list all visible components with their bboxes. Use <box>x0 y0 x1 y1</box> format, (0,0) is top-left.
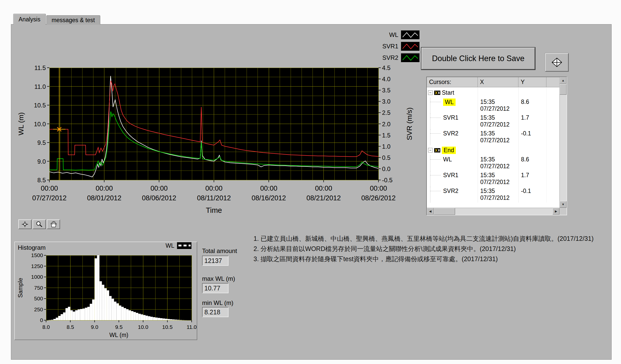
tab-strip: Analysis messages & test <box>13 14 100 25</box>
save-button[interactable]: Double Click Here to Save <box>421 48 535 69</box>
cursor-x-value: 15:3507/27/2012 <box>478 155 518 171</box>
scroll-down-button[interactable]: ▼ <box>560 201 567 208</box>
cursor-table-body: − Start WL 15:3507/27/2012 8.6 SVR1 15:3… <box>427 88 559 208</box>
svg-text:2.5: 2.5 <box>382 109 390 116</box>
cursor-table: Cursors: X Y − Start WL 15:3507/27/2012 … <box>426 77 567 215</box>
svg-text:1500: 1500 <box>31 252 43 258</box>
svg-text:500: 500 <box>34 296 43 301</box>
cursor-y-value: 8.6 <box>518 98 546 114</box>
legend-line-sample-svr2 <box>401 53 420 62</box>
scroll-up-button[interactable]: ▲ <box>560 77 567 84</box>
svg-text:10.5: 10.5 <box>162 324 173 330</box>
svg-text:9.5: 9.5 <box>115 324 122 330</box>
svg-text:00:00: 00:00 <box>260 185 277 192</box>
vertical-scrollbar[interactable]: ▲ ▼ <box>559 77 567 208</box>
diamond-button[interactable] <box>545 53 569 72</box>
svg-text:08/21/2012: 08/21/2012 <box>306 194 341 202</box>
svg-text:9.0: 9.0 <box>37 158 46 165</box>
min-wl-value: 8.218 <box>202 307 229 317</box>
legend-item-svr2[interactable]: SVR2 <box>366 52 420 63</box>
column-header-cursors[interactable]: Cursors: <box>427 77 478 87</box>
scroll-left-button[interactable]: ◀ <box>427 208 434 215</box>
tab-messages-test[interactable]: messages & test <box>46 15 100 25</box>
cursor-y-value: -0.1 <box>518 187 546 203</box>
vertical-scroll-thumb[interactable] <box>560 84 567 95</box>
cursor-row-label: WL <box>443 156 452 163</box>
cursor-row-start-wl[interactable]: WL 15:3507/27/2012 8.6 <box>427 98 559 114</box>
histogram-panel: 02505007501000125015008.08.59.09.510.010… <box>14 242 197 340</box>
pan-tool-button[interactable] <box>47 219 60 229</box>
svg-text:1250: 1250 <box>31 263 43 269</box>
svg-text:0.5: 0.5 <box>382 154 390 161</box>
cursor-y-value: 1.7 <box>518 114 546 129</box>
cursor-x-value: 15:3507/27/2012 <box>478 171 518 187</box>
svg-text:10.5: 10.5 <box>34 102 46 109</box>
total-amount-value: 12137 <box>202 256 229 266</box>
scroll-right-button[interactable]: ▶ <box>553 208 559 215</box>
svg-text:4.5: 4.5 <box>382 65 390 71</box>
svg-text:00:00: 00:00 <box>205 185 223 192</box>
graph-toolbar <box>18 219 60 229</box>
legend-item-svr1[interactable]: SVR1 <box>366 40 420 52</box>
legend-label-wl: WL <box>389 31 398 38</box>
cursor-group-label: Start <box>442 89 454 96</box>
cursor-row-start-svr1[interactable]: SVR1 15:3507/27/2012 1.7 <box>427 114 559 129</box>
note-line-1: 1. 已建立員山橋、新城橋、中山橋、聖興橋、燕鳳橋、五里林橋等站(均為具二支流速… <box>253 233 594 244</box>
cursor-row-label: SVR2 <box>443 188 458 194</box>
cursor-row-start-svr2[interactable]: SVR2 15:3507/27/2012 -0.1 <box>427 129 559 145</box>
svg-text:8.5: 8.5 <box>67 324 74 330</box>
max-wl-value: 10.77 <box>202 283 229 293</box>
column-header-y[interactable]: Y <box>518 77 546 87</box>
legend-item-wl[interactable]: WL <box>366 29 420 40</box>
horizontal-scroll-thumb[interactable] <box>434 208 455 215</box>
legend-label-svr1: SVR1 <box>382 43 398 50</box>
collapse-icon[interactable]: − <box>428 148 433 152</box>
svg-text:08/26/2012: 08/26/2012 <box>361 194 396 202</box>
cursor-row-end-svr2[interactable]: SVR2 15:3507/27/2012 -0.1 <box>427 187 559 203</box>
main-chart[interactable]: 8.59.09.510.010.511.011.5-0.50.00.51.01.… <box>12 65 418 216</box>
svg-text:1.5: 1.5 <box>382 132 390 139</box>
svg-text:2.0: 2.0 <box>382 121 390 128</box>
histogram-chart[interactable]: 02505007501000125015008.08.59.09.510.010… <box>15 242 197 340</box>
svg-text:0: 0 <box>40 317 43 323</box>
cursor-tool-button[interactable] <box>18 219 32 229</box>
histogram-title: Histogram <box>18 244 46 251</box>
cursor-row-label: WL <box>443 99 456 106</box>
svg-text:8.5: 8.5 <box>37 177 46 184</box>
svg-text:00:00: 00:00 <box>315 185 332 192</box>
cursor-x-value: 15:3507/27/2012 <box>478 187 518 203</box>
cursor-y-value: 8.6 <box>518 155 546 171</box>
histogram-legend[interactable]: WL <box>166 242 192 249</box>
svg-text:07/27/2012: 07/27/2012 <box>32 194 66 202</box>
note-line-3: 3. 擷取之區間資料存於隨身碟下test資料夾中，應記得備份或移至可靠處。(20… <box>253 254 594 264</box>
cursor-row-end-wl[interactable]: WL 15:3507/27/2012 8.6 <box>427 155 559 171</box>
cursor-group-end[interactable]: − End <box>427 145 559 155</box>
zoom-tool-button[interactable] <box>33 219 46 229</box>
svg-text:Time: Time <box>206 206 222 214</box>
min-wl-label: min WL (m) <box>202 299 233 306</box>
cursor-style-icon <box>434 148 440 152</box>
column-header-filler <box>546 77 559 87</box>
svg-text:SVR (m/s): SVR (m/s) <box>405 107 413 140</box>
histogram-legend-label: WL <box>166 242 175 249</box>
svg-text:11.5: 11.5 <box>34 65 46 71</box>
histogram-bar-sample <box>177 242 192 249</box>
svg-text:08/11/2012: 08/11/2012 <box>197 194 231 202</box>
svg-text:00:00: 00:00 <box>96 185 113 192</box>
tab-analysis[interactable]: Analysis <box>13 14 46 25</box>
svg-text:3.5: 3.5 <box>382 87 390 94</box>
cursor-group-start[interactable]: − Start <box>427 88 559 98</box>
cursor-row-label: SVR1 <box>443 172 458 179</box>
svg-text:8.0: 8.0 <box>42 324 50 330</box>
magnifier-icon <box>35 221 44 228</box>
svg-text:10.0: 10.0 <box>34 121 46 128</box>
horizontal-scrollbar[interactable]: ◀ ▶ <box>427 208 559 215</box>
collapse-icon[interactable]: − <box>428 90 433 95</box>
svg-text:08/01/2012: 08/01/2012 <box>87 194 121 202</box>
svg-text:250: 250 <box>34 306 43 312</box>
cursor-row-end-svr1[interactable]: SVR1 15:3507/27/2012 1.7 <box>427 171 559 187</box>
cursor-table-header: Cursors: X Y <box>427 77 559 87</box>
svg-text:0.0: 0.0 <box>382 165 390 172</box>
column-header-x[interactable]: X <box>478 77 518 87</box>
diamond-icon <box>551 57 563 67</box>
